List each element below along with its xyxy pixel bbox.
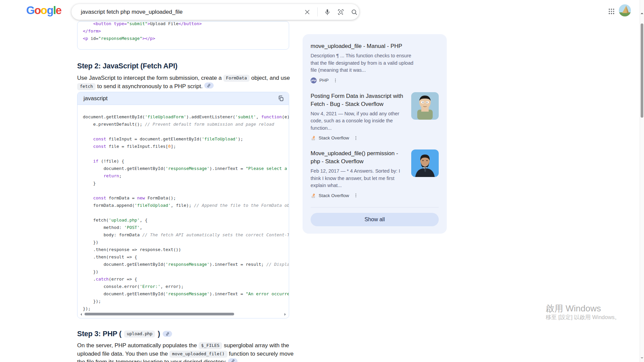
source-title[interactable]: move_uploaded_file - Manual - PHP	[311, 42, 415, 50]
source-card-stackoverflow-fetch[interactable]: Posting Form Data in Javascript with Fet…	[311, 92, 439, 141]
step3-heading-prefix: Step 3: PHP (	[77, 330, 121, 338]
html-form-code: <button type="submit">Upload File</butto…	[77, 21, 289, 42]
step3-paragraph: On the server, PHP automatically populat…	[77, 342, 297, 362]
more-options-icon[interactable]	[353, 135, 359, 141]
code-language-label: javascript	[84, 95, 108, 102]
copy-icon[interactable]	[278, 95, 284, 102]
source-site-label: Stack Overflow	[319, 135, 349, 140]
google-logo[interactable]: Google	[26, 4, 61, 17]
step3-heading: Step 3: PHP ( upload.php )	[77, 330, 172, 338]
show-all-button[interactable]: Show all	[311, 213, 439, 226]
windows-activation-watermark-line1: 啟用 Windows	[546, 303, 601, 314]
divider	[311, 207, 439, 207]
stackoverflow-logo-icon	[311, 135, 316, 141]
php-logo-icon: php	[311, 77, 317, 83]
divider	[317, 7, 318, 16]
scroll-left-arrow-icon[interactable]	[79, 313, 82, 316]
source-description: Description ¶ ... This function checks t…	[311, 52, 415, 74]
citation-link-icon[interactable]	[204, 82, 214, 88]
step2-heading: Step 2: JavaScript (Fetch API)	[77, 62, 177, 70]
source-description: Feb 12, 2017 — * 4 Answers. Sorted by: I…	[311, 168, 407, 189]
profile-avatar[interactable]	[619, 4, 631, 16]
search-query-text[interactable]: javascript fetch php move_uploaded_file	[81, 4, 182, 20]
inline-code-chip: move_uploaded_file()	[169, 351, 227, 358]
source-site-label: Stack Overflow	[319, 193, 349, 198]
search-bar[interactable]: javascript fetch php move_uploaded_file	[71, 4, 359, 20]
search-icon[interactable]	[350, 8, 359, 16]
google-header: Google javascript fetch php move_uploade…	[0, 0, 644, 21]
vertical-scrollbar[interactable]	[640, 0, 644, 362]
mic-icon[interactable]	[323, 8, 332, 16]
horizontal-scroll-thumb[interactable]	[85, 313, 234, 315]
inline-code-chip: $_FILES	[199, 342, 222, 349]
inline-code-chip: FormData	[223, 75, 250, 82]
scroll-down-arrow-icon[interactable]	[641, 357, 643, 360]
apps-grid-icon[interactable]	[608, 8, 615, 15]
thumbnail-cartoon-man[interactable]	[411, 92, 439, 120]
scroll-up-arrow-icon[interactable]	[641, 11, 643, 14]
source-title[interactable]: Move_uploaded_file() permission - php - …	[311, 149, 407, 166]
thumbnail-bearded-man[interactable]	[411, 149, 439, 177]
stackoverflow-logo-icon	[311, 193, 316, 198]
code-card-header: javascript	[77, 92, 289, 105]
windows-activation-watermark-line2: 移至 [設定] 以啟用 Windows。	[546, 314, 620, 321]
html-form-code-card: <button type="submit">Upload File</butto…	[77, 21, 289, 50]
javascript-code-card: javascript document.getElementById('file…	[77, 92, 289, 318]
source-description: Nov 4, 2021 — Now, if you add any other …	[311, 110, 407, 132]
sources-panel: move_uploaded_file - Manual - PHP Descri…	[303, 34, 447, 234]
inline-code-chip: fetch	[77, 83, 96, 90]
step3-heading-suffix: )	[158, 330, 160, 338]
step2-paragraph: Use JavaScript to intercept the form sub…	[77, 74, 301, 90]
more-options-icon[interactable]	[333, 78, 338, 83]
source-title[interactable]: Posting Form Data in Javascript with Fet…	[311, 92, 407, 108]
more-options-icon[interactable]	[353, 193, 359, 198]
source-card-php-manual[interactable]: move_uploaded_file - Manual - PHP Descri…	[311, 42, 439, 83]
lens-icon[interactable]	[336, 8, 345, 16]
source-site-label: PHP	[319, 78, 329, 83]
vertical-scroll-thumb[interactable]	[641, 23, 643, 118]
code-horizontal-scrollbar[interactable]	[79, 312, 287, 316]
citation-link-icon[interactable]	[228, 358, 237, 362]
clear-icon[interactable]	[303, 8, 312, 16]
upload-php-chip: upload.php	[124, 330, 155, 338]
javascript-code: document.getElementById('fileUploadForm'…	[77, 109, 289, 312]
source-card-stackoverflow-permission[interactable]: Move_uploaded_file() permission - php - …	[311, 149, 439, 198]
scroll-right-arrow-icon[interactable]	[284, 313, 287, 316]
citation-link-icon[interactable]	[163, 331, 172, 337]
